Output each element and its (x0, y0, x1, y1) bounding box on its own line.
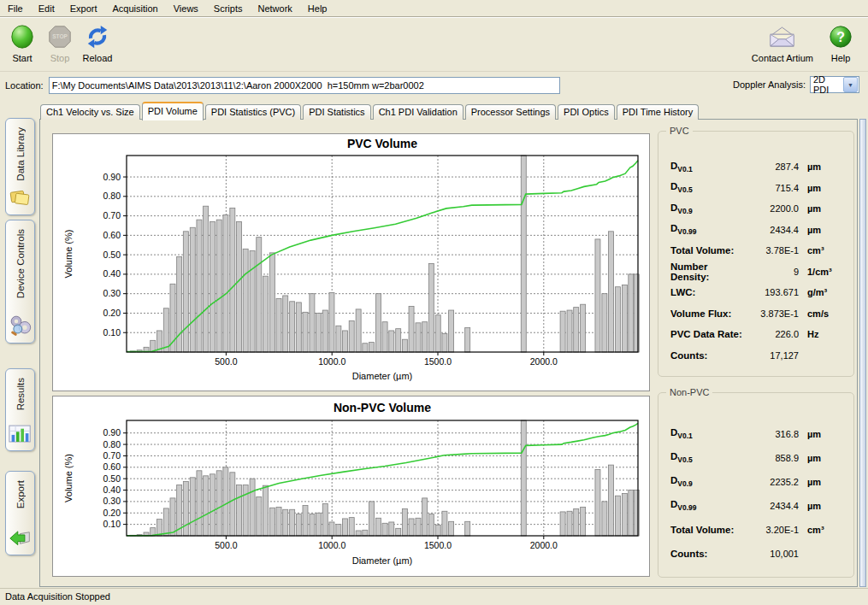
svg-text:0.20: 0.20 (103, 308, 121, 318)
stat-row: DV0.1316.8µm (658, 422, 853, 446)
stat-row: DV0.1287.4µm (658, 156, 853, 178)
svg-text:500.0: 500.0 (215, 356, 237, 367)
toolbar-left-group: StartSTOPStopReload (5, 22, 115, 63)
stat-label: Counts: (670, 549, 744, 559)
stat-unit: µm (799, 183, 847, 193)
status-bar: Data Acquisition Stopped (0, 588, 868, 605)
tab-pdi-statistics[interactable]: PDI Statistics (303, 104, 370, 120)
svg-text:0.10: 0.10 (103, 327, 121, 338)
tab-processor-settings[interactable]: Processor Settings (465, 104, 556, 120)
svg-text:1500.0: 1500.0 (424, 540, 452, 550)
svg-text:0.90: 0.90 (103, 427, 121, 438)
stat-label: DV0.5 (670, 451, 744, 464)
tab-pdi-statistics-pvc[interactable]: PDI Statistics (PVC) (205, 104, 301, 120)
reload-button[interactable]: Reload (80, 22, 115, 63)
help-button[interactable]: ?Help (824, 22, 858, 63)
pvc-volume-chart: 0.100.200.300.400.500.600.700.800.90500.… (52, 133, 650, 391)
stop-button: STOPStop (43, 22, 77, 63)
stat-value: 316.8 (744, 429, 799, 439)
stop-label: Stop (50, 53, 70, 63)
start-label: Start (12, 53, 32, 63)
stat-value: 3.20E-1 (744, 525, 799, 535)
location-input[interactable] (49, 77, 560, 94)
stat-row: Volume Flux:3.873E-1cm/s (658, 303, 853, 325)
sidebar-item-data-library[interactable]: Data Library (5, 118, 35, 215)
sidebar-item-device-controls[interactable]: Device Controls (5, 220, 35, 344)
stat-row: DV0.92235.2µm (658, 470, 853, 494)
tab-pdi-optics[interactable]: PDI Optics (558, 104, 615, 120)
tab-ch1-pdi-validation[interactable]: Ch1 PDI Validation (373, 104, 464, 120)
svg-text:0.50: 0.50 (103, 473, 121, 484)
stat-unit: cm/s (799, 308, 847, 319)
stat-label: DV0.9 (670, 475, 744, 488)
menu-acquisition[interactable]: Acquisition (105, 2, 166, 15)
stat-unit: cm³ (799, 525, 847, 535)
svg-text:0.10: 0.10 (103, 519, 121, 529)
stat-value: 715.4 (744, 183, 799, 193)
tab-strip: Ch1 Velocity vs. SizePDI VolumePDI Stati… (40, 101, 700, 120)
pdi-volume-tab-page: 0.100.200.300.400.500.600.700.800.90500.… (39, 119, 858, 587)
tab-pdi-volume[interactable]: PDI Volume (142, 102, 204, 120)
stat-unit: µm (799, 225, 847, 235)
stat-value: 287.4 (744, 162, 799, 172)
stat-label: DV0.1 (670, 161, 744, 173)
sidebar-item-results[interactable]: Results (5, 368, 35, 451)
stat-value: 3.78E-1 (744, 245, 799, 256)
stat-value: 2200.0 (744, 203, 799, 214)
stat-unit: cm³ (799, 245, 847, 256)
stat-value: 17,127 (744, 350, 799, 361)
tab-ch1-velocity-vs-size[interactable]: Ch1 Velocity vs. Size (40, 104, 140, 120)
svg-text:0.80: 0.80 (103, 191, 121, 201)
stat-row: DV0.5858.9µm (658, 446, 853, 470)
stat-label: Counts: (670, 350, 744, 361)
svg-text:1000.0: 1000.0 (318, 356, 345, 367)
menu-edit[interactable]: Edit (31, 2, 62, 15)
stat-label: DV0.99 (670, 499, 744, 512)
svg-text:0.90: 0.90 (103, 172, 121, 182)
contact-artium-button[interactable]: Contact Artium (752, 22, 813, 63)
stat-row: Total Volume:3.20E-1cm³ (658, 518, 853, 542)
menu-help[interactable]: Help (300, 2, 335, 15)
tab-pdi-time-history[interactable]: PDI Time History (617, 104, 700, 120)
svg-text:0.60: 0.60 (103, 230, 121, 240)
non-pvc-stats-rows: DV0.1316.8µmDV0.5858.9µmDV0.92235.2µmDV0… (658, 393, 853, 566)
svg-text:0.30: 0.30 (103, 288, 121, 298)
doppler-analysis-select[interactable]: 2D PDI ▼ (810, 76, 859, 93)
svg-text:0.50: 0.50 (103, 250, 121, 260)
menu-export[interactable]: Export (62, 2, 105, 15)
toolbar: StartSTOPStopReload Contact Artium?Help (0, 17, 868, 72)
reload-icon (85, 22, 110, 51)
chevron-down-icon[interactable]: ▼ (843, 77, 858, 92)
stat-label: Volume Flux: (670, 308, 744, 319)
gears-icon (9, 314, 32, 338)
stat-value: 226.0 (744, 329, 799, 339)
doppler-analysis-label: Doppler Analysis: (733, 79, 806, 90)
menu-scripts[interactable]: Scripts (206, 2, 251, 15)
svg-text:1500.0: 1500.0 (424, 356, 452, 367)
pvc-stats-rows: DV0.1287.4µmDV0.5715.4µmDV0.92200.0µmDV0… (658, 132, 853, 366)
toolbar-right-group: Contact Artium?Help (752, 22, 858, 63)
sidebar-item-label: Data Library (15, 127, 26, 181)
envelope-icon (768, 22, 796, 51)
start-icon (9, 22, 35, 51)
menu-bar: FileEditExportAcquisitionViewsScriptsNet… (0, 0, 868, 17)
non-pvc-volume-chart: 0.100.200.300.400.500.600.700.800.90500.… (52, 396, 650, 577)
help-icon: ? (829, 22, 853, 51)
stat-label: DV0.5 (670, 181, 744, 194)
reload-label: Reload (83, 53, 113, 63)
stat-row: PVC Data Rate:226.0Hz (658, 324, 853, 345)
panel-splitter[interactable] (859, 119, 866, 587)
start-button[interactable]: Start (5, 22, 39, 63)
pvc-stats-title: PVC (666, 126, 693, 136)
sidebar-item-export[interactable]: Export (5, 471, 35, 555)
stat-unit: 1/cm³ (799, 267, 847, 277)
stat-label: LWC: (670, 287, 744, 297)
svg-text:1000.0: 1000.0 (318, 540, 345, 550)
menu-file[interactable]: File (0, 2, 31, 15)
menu-views[interactable]: Views (166, 2, 206, 15)
svg-text:Volume (%): Volume (%) (63, 230, 74, 279)
stat-unit: Hz (799, 329, 847, 339)
stat-row: DV0.5715.4µm (658, 178, 853, 199)
stat-row: DV0.992434.4µm (658, 220, 853, 241)
menu-network[interactable]: Network (250, 2, 299, 15)
